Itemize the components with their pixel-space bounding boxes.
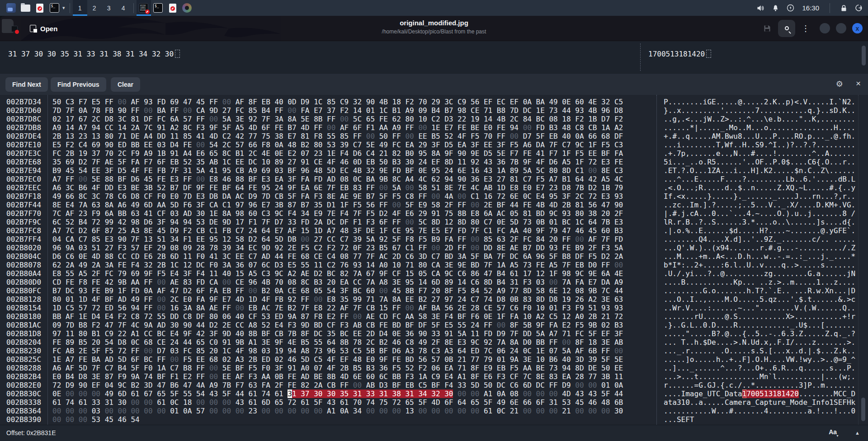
hex-row[interactable]: 002B81541D C5 57 72 ED 56 94 FF 00 16 3A… xyxy=(0,304,868,312)
logout-icon[interactable] xyxy=(855,4,863,12)
hex-bytes[interactable]: 04 CA C7 85 E3 90 7F 13 51 34 F1 EE 95 1… xyxy=(52,235,623,244)
find-close-icon[interactable]: × xyxy=(856,79,861,89)
ascii-column[interactable]: ata310..a.....Camera_Capture_Mode_Info1S… xyxy=(664,398,855,407)
minimize-button[interactable] xyxy=(820,23,830,33)
hex-bytes[interactable]: FC 2B 19 37 70 2C F9 A9 1B 91 A4 E6 65 8… xyxy=(52,149,623,158)
ascii-column[interactable]: .+.7p,......e..,N...#....!........^..A..… xyxy=(664,149,855,158)
hex-row[interactable]: 002B807862 2A 49 2A 3A FE F4 32 2B 1C 12… xyxy=(0,261,868,269)
ascii-column[interactable]: b*I*:..2+....:6.l..U..v....q..>.....s...… xyxy=(664,261,855,269)
hex-bytes[interactable]: 00 00 00 53 45 46 54 xyxy=(52,415,140,424)
app-window-icon[interactable] xyxy=(4,0,18,16)
hex-bytes[interactable]: 2B 13 23 13 80 71 DE A4 DD 11 85 41 4D C… xyxy=(52,132,623,141)
ascii-column[interactable]: ........Q4....X.d]..'..9Z._.......c/.. .… xyxy=(664,235,855,244)
hex-row[interactable]: 002B7DB8A9 14 A7 94 CC 14 2A 7C 91 A2 8C… xyxy=(0,123,868,132)
ascii-column[interactable]: ...........W...#.......4.........a.!...!… xyxy=(664,407,855,415)
ascii-column[interactable]: ...>...t..............Mn`l..........|...… xyxy=(664,372,855,381)
hex-row[interactable]: 002B7EC0A7 FF 00 5E 88 BF D6 45 FE E3 FF… xyxy=(0,175,868,183)
close-button[interactable]: x xyxy=(852,23,863,33)
ascii-column[interactable]: .U./.yi...?..@.........zg........G.a....… xyxy=(664,269,855,278)
hex-row[interactable]: 002B836400 00 00 03 00 00 00 00 00 01 0A… xyxy=(0,407,868,415)
hex-row[interactable]: 002B7D607D 7F 0A 78 FB 90 FF 00 BA FF 00… xyxy=(0,106,868,115)
character-table-button[interactable]: Aa▼ xyxy=(829,428,840,436)
hex-bytes[interactable]: 49 66 8C 3C 78 C6 D8 CF F0 E0 7D E3 DB D… xyxy=(52,192,623,201)
hex-row[interactable]: 002B830C0E 00 00 00 49 6D 61 67 65 5F 55… xyxy=(0,389,868,398)
hex-row[interactable]: 002B802096 9A 03 51 27 F3 57 EF 29 08 09… xyxy=(0,244,868,252)
ascii-column[interactable]: ....Image_UTC_Data1700513181420........M… xyxy=(664,389,855,398)
search-scrollbar[interactable] xyxy=(862,46,866,66)
hex-row[interactable]: 002B7FC8A7 7C D2 6F 87 25 A3 8E 45 D9 F2… xyxy=(0,226,868,235)
hex-bytes[interactable]: 7C AF 23 F9 6A BB 63 41 CF 03 AD 30 1E 8… xyxy=(52,209,623,218)
hex-row[interactable]: 002B7FF404 CA C7 85 E3 90 7F 13 51 34 F1… xyxy=(0,235,868,244)
hex-row[interactable]: 002B7E6835 69 D2 7F AE 5F FA F7 6F EB 52… xyxy=(0,158,868,166)
hex-row[interactable]: 002B7D3450 C3 F7 E5 FF 00 AF 93 FD 69 47… xyxy=(0,98,868,106)
hex-bytes[interactable]: 0E 00 00 00 49 6D 61 67 65 5F 55 54 43 5… xyxy=(52,389,623,398)
hex-bytes[interactable]: E8 55 A5 2F FC 79 69 9F F5 E4 3F F4 11 4… xyxy=(52,269,623,278)
hex-bytes[interactable]: A9 14 A7 94 CC 14 2A 7C 91 A2 8C F3 9F 5… xyxy=(52,123,623,132)
ascii-column[interactable]: ...^...E.....F....?.........Lb..6.'.....… xyxy=(664,175,855,183)
hex-bytes[interactable]: B9 45 54 EE 3F D5 4F FE FB 7F 31 5A 41 9… xyxy=(52,166,623,175)
hex-bytes[interactable]: 6C 52 B4 72 99 42 98 D6 3F 94 94 53 DE 9… xyxy=(52,218,623,226)
ascii-column[interactable]: lR.r.B..?..S......3.*....o..\......]s...… xyxy=(664,218,855,226)
hex-bytes[interactable]: FC AB 2E 5F F5 72 FF 00 D7 03 FC 85 20 1… xyxy=(52,347,623,355)
hex-row[interactable]: 002B7D8C02 17 67 2C D8 3C 81 DF FC 6A 57… xyxy=(0,115,868,123)
taskbar-terminal[interactable]: $_ xyxy=(151,0,165,16)
hex-row[interactable]: 002B82B4E0 B4 D8 3E 87 F9 9A 74 BF F1 E2… xyxy=(0,372,868,381)
ascii-column[interactable]: ....B...........Kp... ..z.>..m.....1...z… xyxy=(664,278,855,286)
hex-bytes[interactable]: 61 74 61 33 31 30 00 00 61 0C 18 00 00 0… xyxy=(52,398,623,407)
ascii-column[interactable]: ..g,.<...jW..Z>..:.^...\e.b...."..K,....… xyxy=(664,115,855,123)
clock[interactable]: 16:30 xyxy=(802,4,819,12)
ascii-column[interactable]: .<.O...;R.....d..$..n.....Z.XQ.~L.....#.… xyxy=(664,183,855,192)
ascii-column[interactable]: .ET.?.O...1ZA...i...H].K2.....$n.C..Z\..… xyxy=(664,166,855,175)
hex-bytes[interactable]: D6 C6 0E 4D 88 CC CD E6 2B 6D 11 F0 41 3… xyxy=(52,252,623,261)
ascii-column[interactable]: ...SEFT xyxy=(664,415,694,424)
volume-icon[interactable] xyxy=(757,5,764,12)
hex-search-input[interactable]: 31 37 30 30 35 31 33 31 38 31 34 32 30 xyxy=(8,50,180,58)
hex-bytes[interactable]: E0 B4 D8 3E 87 F9 9A 74 BF F1 E2 FF 00 E… xyxy=(52,372,623,381)
scroll-to-top-icon[interactable]: ▲ xyxy=(855,430,860,436)
terminal-launcher[interactable]: $_ xyxy=(47,0,61,16)
hex-row[interactable]: 002B804CD6 C6 0E 4D 88 CC CD E6 2B 6D 11… xyxy=(0,252,868,261)
find-options-gear-icon[interactable]: ⚙ xyxy=(836,79,843,89)
ascii-column[interactable]: P........iGE.....@.....2.K..p)<.V.....I.… xyxy=(664,98,855,106)
hex-bytes[interactable]: 8E E4 7A 63 8A A6 49 6D AA 5D F6 3F CA C… xyxy=(52,201,623,209)
hex-bytes[interactable]: 1D C5 57 72 ED 56 94 FF 00 16 3A 8A AE F… xyxy=(52,304,623,312)
hex-row[interactable]: 002B80A4E8 55 A5 2F FC 79 69 9F F5 E4 3F… xyxy=(0,269,868,278)
hex-row[interactable]: 002B8180BB AF 1E D4 E4 F2 C8 72 55 DD C8… xyxy=(0,312,868,321)
hex-bytes[interactable]: 09 7D B8 F2 47 7F 4C 9A AD 30 90 44 D2 2… xyxy=(52,321,623,329)
hex-row[interactable]: 002B8288A6 AF 5D 7F C7 B4 5F F0 1A C7 B8… xyxy=(0,364,868,372)
find-next-button[interactable]: Find Next xyxy=(5,77,48,92)
vertical-scrollbar[interactable] xyxy=(861,398,865,421)
open-button[interactable]: Open xyxy=(30,22,57,35)
ascii-column[interactable]: |.#.j.cA...0...`...4.~....O.).u..j......… xyxy=(664,209,855,218)
hex-bytes[interactable]: E5 F2 C4 69 90 ED BB EE 03 D4 FE 00 54 2… xyxy=(52,141,623,149)
ascii-column[interactable]: ...M....+m..A<...D.h...w..-.=..:_...j._.… xyxy=(664,252,855,261)
hex-row[interactable]: 002B7F448E E4 7A 63 8A A6 49 6D AA 5D F6… xyxy=(0,201,868,209)
ascii-column[interactable]: ..zc..Im.].?.....;..5...V.._.X/....D.KM+… xyxy=(664,201,855,209)
hex-bytes[interactable]: B7 DC 93 FE B9 1F FD 0A AF 47 D2 6F FA E… xyxy=(52,286,623,295)
hex-bytes[interactable]: FE 89 B5 20 54 D8 0C 68 CE 24 44 65 C0 9… xyxy=(52,338,623,347)
hex-row[interactable]: 002B7EECA6 3C B6 4F DD E3 BE 3B 52 B7 DF… xyxy=(0,183,868,192)
menu-kebab-icon[interactable]: ⋮ xyxy=(802,23,810,33)
hex-bytes[interactable]: CD FE F8 FE 42 9B AA FF 00 AE 83 FD CA 0… xyxy=(52,278,623,286)
hex-row[interactable]: 002B7F707C AF 23 F9 6A BB 63 41 CF 03 AD… xyxy=(0,209,868,218)
ascii-column[interactable]: ..]..._......^...?...O+..6.R...q......s.… xyxy=(664,364,855,372)
hex-bytes[interactable]: 00 00 00 03 00 00 00 00 00 01 0A 57 00 0… xyxy=(52,407,623,415)
hex-bytes[interactable]: BB AF 1E D4 E4 F2 C8 72 55 DD C8 DF 80 0… xyxy=(52,312,623,321)
save-icon[interactable] xyxy=(764,25,771,32)
ascii-column[interactable]: .......rU.....@.S...........X>..........… xyxy=(664,312,855,321)
hex-row[interactable]: 002B80D0CD FE F8 FE 42 9B AA FF 00 AE 83… xyxy=(0,278,868,286)
hex-row[interactable]: 002B8204FE 89 B5 20 54 D8 0C 68 CE 24 44… xyxy=(0,338,868,347)
ascii-column[interactable]: .}..G.L..0.D....R............_.U$...[...… xyxy=(664,321,855,329)
taskbar-image-app[interactable] xyxy=(180,0,194,16)
ascii-column[interactable]: +.#..q.....AM.Bwu8...U...P....RO.p..._.@… xyxy=(664,132,855,141)
ascii-column[interactable]: ... T..h.$De....>.N.Ud.x,.F.I/....z.....… xyxy=(664,338,855,347)
hex-bytes[interactable]: 35 69 D2 7F AE 5F FA F7 6F EB 52 35 AB 1… xyxy=(52,158,623,166)
hex-row[interactable]: 002B812880 01 1D 4F BF AD 49 FF 00 2C E0… xyxy=(0,295,868,304)
hex-bytes[interactable]: 97 11 80 B1 C9 22 A1 CC BC E4 9F 42 3F 9… xyxy=(52,329,623,338)
ascii-column[interactable]: ..Wr.V....:......~..."........V.(.W.....… xyxy=(664,304,855,312)
hex-bytes[interactable]: 02 17 67 2C D8 3C 81 DF FC 6A 57 FF 00 5… xyxy=(52,115,623,123)
hex-row[interactable]: 002B8230FC AB 2E 5F F5 72 FF 00 D7 03 FC… xyxy=(0,347,868,355)
ascii-column[interactable]: .|.o.%..E......$d.....H?....~.......@.yG… xyxy=(664,226,855,235)
ascii-column[interactable]: ..._.r...... .O.....s.S.[...x..d.|.$...Z… xyxy=(664,347,855,355)
hex-row[interactable]: 002B7E10E5 F2 C4 69 90 ED BB EE 03 D4 FE… xyxy=(0,141,868,149)
